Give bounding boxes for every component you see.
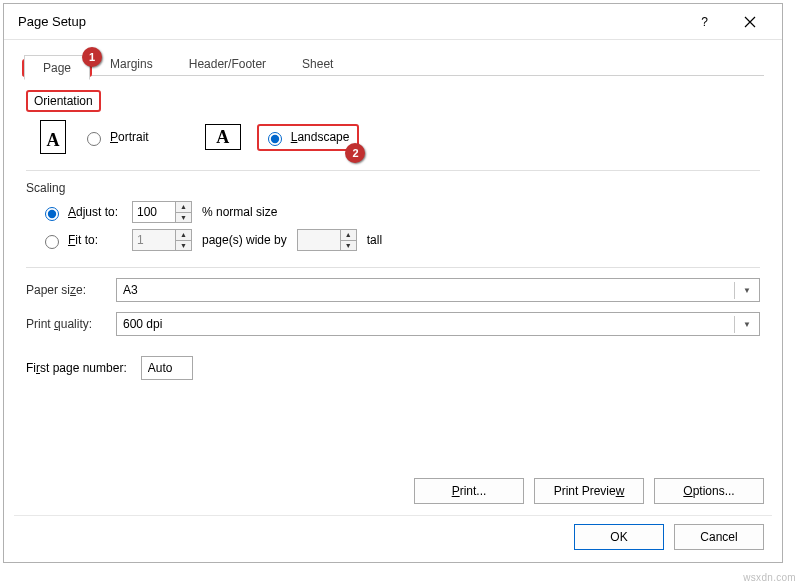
fit-tall-up[interactable]: ▲: [341, 230, 356, 241]
help-button[interactable]: ?: [682, 4, 727, 40]
fit-wide-up[interactable]: ▲: [176, 230, 191, 241]
adjust-radio[interactable]: Adjust to:: [40, 204, 122, 221]
landscape-icon: A: [205, 124, 241, 150]
options-button[interactable]: Options...: [654, 478, 764, 504]
fit-wide-spinner[interactable]: ▲▼: [132, 229, 192, 251]
landscape-radio-input[interactable]: [268, 132, 282, 146]
chevron-down-icon: ▼: [734, 282, 753, 299]
first-page-label: First page number:: [26, 361, 127, 375]
adjust-spin-down[interactable]: ▼: [176, 213, 191, 223]
tab-sheet[interactable]: Sheet: [284, 52, 351, 75]
tab-margins[interactable]: Margins: [92, 52, 171, 75]
fit-mid-label: page(s) wide by: [202, 233, 287, 247]
landscape-label: Landscape: [291, 130, 350, 144]
print-quality-row: Print quality: 600 dpi ▼: [26, 312, 760, 336]
fit-tall-spinner[interactable]: ▲▼: [297, 229, 357, 251]
paper-size-row: Paper size: A3 ▼: [26, 278, 760, 302]
close-button[interactable]: [727, 4, 772, 40]
fit-radio-input[interactable]: [45, 235, 59, 249]
dialog-buttons: OK Cancel: [574, 524, 764, 550]
paper-size-value: A3: [123, 283, 138, 297]
fit-suffix: tall: [367, 233, 382, 247]
print-quality-value: 600 dpi: [123, 317, 162, 331]
print-quality-combo[interactable]: 600 dpi ▼: [116, 312, 760, 336]
dialog-title: Page Setup: [14, 14, 682, 29]
portrait-label: Portrait: [110, 130, 149, 144]
chevron-down-icon: ▼: [734, 316, 753, 333]
portrait-radio[interactable]: Portrait: [82, 129, 149, 146]
fit-tall-down[interactable]: ▼: [341, 241, 356, 251]
annotation-badge-1: 1: [82, 47, 102, 67]
tab-header-footer[interactable]: Header/Footer: [171, 52, 284, 75]
action-buttons: Print... Print Preview Options...: [414, 478, 764, 504]
tab-page[interactable]: Page: [24, 55, 90, 80]
portrait-icon: A: [40, 120, 66, 154]
cancel-button[interactable]: Cancel: [674, 524, 764, 550]
first-page-input[interactable]: [141, 356, 193, 380]
fit-wide-input[interactable]: [133, 230, 175, 250]
paper-size-combo[interactable]: A3 ▼: [116, 278, 760, 302]
title-bar: Page Setup ?: [4, 4, 782, 40]
page-setup-dialog: Page Setup ? Page 1 Margins Header/Foote…: [3, 3, 783, 563]
portrait-radio-input[interactable]: [87, 132, 101, 146]
close-icon: [744, 16, 756, 28]
orientation-group-label: Orientation: [26, 90, 101, 112]
watermark: wsxdn.com: [743, 572, 796, 583]
adjust-value-input[interactable]: [133, 202, 175, 222]
adjust-suffix: % normal size: [202, 205, 277, 219]
fit-tall-input[interactable]: [298, 230, 340, 250]
orientation-row: A Portrait A Landscape 2: [26, 120, 760, 154]
landscape-radio[interactable]: Landscape: [263, 129, 350, 146]
print-preview-button[interactable]: Print Preview: [534, 478, 644, 504]
ok-button[interactable]: OK: [574, 524, 664, 550]
adjust-spin-up[interactable]: ▲: [176, 202, 191, 213]
adjust-spinner[interactable]: ▲▼: [132, 201, 192, 223]
paper-size-label: Paper size:: [26, 283, 104, 297]
first-page-row: First page number:: [26, 356, 760, 380]
scaling-label: Scaling: [26, 181, 65, 195]
print-quality-label: Print quality:: [26, 317, 104, 331]
fit-radio[interactable]: Fit to:: [40, 232, 122, 249]
fit-label: Fit to:: [68, 233, 98, 247]
adjust-radio-input[interactable]: [45, 207, 59, 221]
tab-content: Orientation A Portrait A Landscape 2 Sca…: [4, 76, 782, 400]
annotation-badge-2: 2: [345, 143, 365, 163]
fit-wide-down[interactable]: ▼: [176, 241, 191, 251]
scaling-group: Scaling Adjust to: ▲▼ % normal size Fit …: [26, 181, 760, 251]
footer-separator: [14, 515, 772, 516]
tab-strip: Page 1 Margins Header/Footer Sheet: [22, 48, 764, 76]
print-button[interactable]: Print...: [414, 478, 524, 504]
adjust-label: Adjust to:: [68, 205, 118, 219]
